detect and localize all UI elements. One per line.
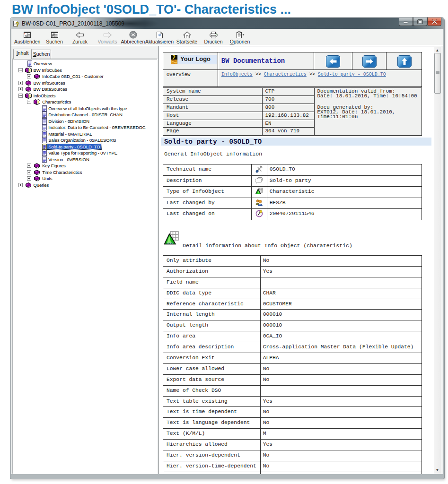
svg-text:?: ? bbox=[16, 21, 19, 27]
